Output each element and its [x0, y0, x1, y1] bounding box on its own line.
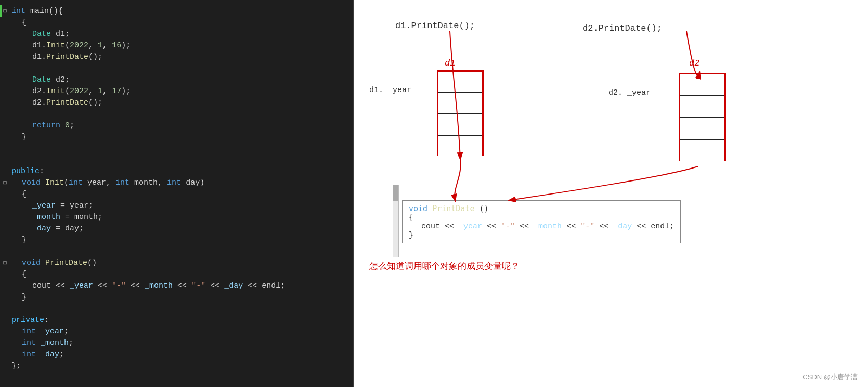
- line-content: {: [22, 190, 27, 199]
- code-line: ⊟void Init(int year, int month, int day): [0, 177, 353, 188]
- code-line: [0, 303, 353, 314]
- code-line: d1.PrintDate();: [0, 51, 353, 62]
- code-line: public:: [0, 165, 353, 177]
- line-content: {: [22, 270, 27, 279]
- line-content: };: [11, 362, 21, 370]
- d1-object-box: [437, 70, 484, 156]
- code-line: private:: [0, 314, 353, 326]
- code-lines: ⊟int main(){{Date d1;d1.Init(2022, 1, 16…: [0, 5, 353, 371]
- line-content: }: [22, 133, 27, 141]
- code-line: {: [0, 188, 353, 200]
- line-content: Date d1;: [32, 30, 70, 38]
- line-content: {: [22, 18, 27, 27]
- line-content: d1.Init(2022, 1, 16);: [32, 41, 131, 50]
- line-content: return 0;: [32, 121, 74, 130]
- code-line: {: [0, 17, 353, 28]
- code-line: [0, 154, 353, 165]
- code-line: _month = month;: [0, 211, 353, 223]
- d1-call-label: d1.PrintDate();: [395, 21, 475, 31]
- line-content: public:: [11, 167, 44, 176]
- line-content: d1.PrintDate();: [32, 53, 102, 61]
- arrows-svg: [354, 0, 868, 387]
- line-content: int main(){: [11, 7, 63, 16]
- code-line: [0, 143, 353, 154]
- code-line: int _month;: [0, 337, 353, 349]
- line-content: Date d2;: [32, 75, 70, 84]
- collapse-icon[interactable]: ⊟: [3, 7, 10, 15]
- line-content: d2.Init(2022, 1, 17);: [32, 87, 131, 96]
- code-line: [0, 62, 353, 74]
- code-line: cout << _year << "-" << _month << "-" <<…: [0, 280, 353, 291]
- line-content: void Init(int year, int month, int day): [22, 178, 204, 187]
- scrollbar-thumb[interactable]: [393, 185, 398, 201]
- line-content: }: [22, 236, 27, 244]
- d2-call-label: d2.PrintDate();: [582, 23, 662, 33]
- code-line: [0, 108, 353, 120]
- code-line: }: [0, 291, 353, 303]
- code-line: [0, 246, 353, 257]
- code-line: _day = day;: [0, 223, 353, 234]
- d2-object-box: [679, 73, 726, 161]
- line-content: d2.PrintDate();: [32, 98, 102, 107]
- code-line: {: [0, 268, 353, 280]
- code-line: d2.Init(2022, 1, 17);: [0, 85, 353, 97]
- scrollbar-track[interactable]: [393, 185, 399, 257]
- csdn-watermark: CSDN @小唐学漕: [802, 372, 858, 382]
- line-content: private:: [11, 316, 49, 325]
- code-line: ⊟int main(){: [0, 5, 353, 17]
- code-line: Date d1;: [0, 28, 353, 40]
- code-line: };: [0, 360, 353, 371]
- line-content: cout << _year << "-" << _month << "-" <<…: [32, 281, 285, 290]
- d2-year-label: d2. _year: [608, 88, 651, 97]
- line-content: int _day;: [22, 350, 64, 359]
- line-content: }: [22, 293, 27, 302]
- d1-year-label: d1. _year: [369, 86, 411, 95]
- d2-object-label: d2: [689, 58, 699, 68]
- code-line: Date d2;: [0, 74, 353, 85]
- printdate-code-box: void PrintDate () { cout << _year << "-"…: [402, 200, 681, 243]
- code-line: int _day;: [0, 349, 353, 360]
- d1-object-label: d1: [445, 58, 455, 68]
- line-content: void PrintDate(): [22, 259, 97, 267]
- code-line: d2.PrintDate();: [0, 97, 353, 108]
- line-content: _day = day;: [32, 224, 84, 233]
- code-line: ⊟void PrintDate(): [0, 257, 353, 268]
- line-content: int _month;: [22, 339, 73, 347]
- code-line: return 0;: [0, 120, 353, 131]
- line-content: _month = month;: [32, 213, 102, 222]
- code-panel: ⊟int main(){{Date d1;d1.Init(2022, 1, 16…: [0, 0, 354, 387]
- line-content: _year = year;: [32, 201, 93, 210]
- diagram-panel: d1.PrintDate(); d2.PrintDate(); d1 d2 d1…: [354, 0, 868, 387]
- code-line: }: [0, 131, 353, 143]
- line-content: int _year;: [22, 327, 69, 336]
- collapse-icon[interactable]: ⊟: [3, 259, 10, 266]
- code-line: int _year;: [0, 326, 353, 337]
- question-text: 怎么知道调用哪个对象的成员变量呢？: [369, 260, 520, 272]
- green-bar: [0, 5, 2, 17]
- code-line: _year = year;: [0, 200, 353, 211]
- collapse-icon[interactable]: ⊟: [3, 179, 10, 186]
- code-line: }: [0, 234, 353, 246]
- code-line: d1.Init(2022, 1, 16);: [0, 40, 353, 51]
